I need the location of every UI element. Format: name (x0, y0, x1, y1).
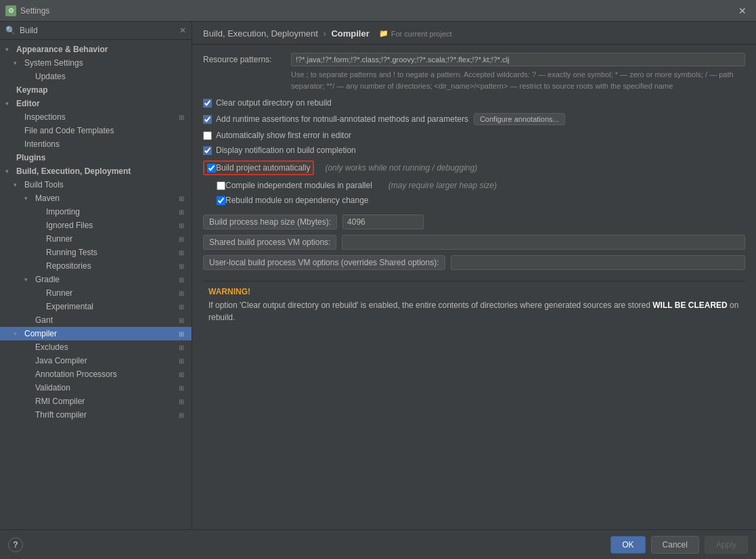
config-icon: ⊞ (177, 315, 186, 325)
sidebar-item-excludes[interactable]: Excludes ⊞ (0, 340, 192, 354)
add-runtime-label: Add runtime assertions for notnull-annot… (216, 114, 468, 124)
sidebar-item-label: Java Compiler (35, 356, 174, 365)
sidebar-item-ignored-files[interactable]: Ignored Files ⊞ (0, 219, 192, 232)
sidebar-item-thrift-compiler[interactable]: Thrift compiler ⊞ (0, 408, 192, 422)
build-automatically-row: Build project automatically (only works … (203, 160, 745, 175)
sidebar-item-updates[interactable]: Updates (0, 70, 192, 83)
sidebar-item-compiler[interactable]: Compiler ⊞ (0, 327, 192, 340)
action-buttons: OK Cancel Apply (610, 536, 748, 554)
sidebar-item-intentions[interactable]: Intentions (0, 137, 192, 151)
sidebar-item-label: Editor (16, 99, 186, 108)
sidebar-item-file-code-templates[interactable]: File and Code Templates (0, 124, 192, 137)
config-icon: ⊞ (177, 410, 186, 420)
sidebar-item-java-compiler[interactable]: Java Compiler ⊞ (0, 354, 192, 367)
sidebar-item-rmi-compiler[interactable]: RMI Compiler ⊞ (0, 395, 192, 408)
config-icon: ⊞ (177, 261, 186, 271)
user-local-vm-input[interactable] (451, 255, 746, 270)
build-automatically-note: (only works while not running / debuggin… (325, 163, 477, 173)
sidebar-item-gradle[interactable]: Gradle ⊞ (0, 273, 192, 286)
build-automatically-checkbox[interactable] (207, 164, 216, 173)
content-area: 🔍 ✕ Appearance & Behavior System Setting… (0, 22, 756, 529)
sidebar-item-label: System Settings (24, 58, 186, 68)
heap-size-row: Build process heap size (Mbytes): (203, 215, 745, 229)
sidebar-item-inspections[interactable]: Inspections ⊞ (0, 110, 192, 124)
expand-arrow (5, 100, 15, 107)
sidebar-item-label: Maven (35, 194, 174, 203)
sidebar-item-label: Intentions (24, 139, 186, 149)
sidebar-item-plugins[interactable]: Plugins (0, 151, 192, 164)
ok-button[interactable]: OK (610, 536, 645, 554)
right-panel: Build, Execution, Deployment › Compiler … (192, 22, 756, 529)
sidebar-item-repositories[interactable]: Repositories ⊞ (0, 259, 192, 273)
sidebar-item-keymap[interactable]: Keymap (0, 83, 192, 97)
resource-patterns-row: Resource patterns: (203, 53, 745, 66)
heap-size-input[interactable] (342, 215, 424, 229)
sidebar-item-gradle-runner[interactable]: Runner ⊞ (0, 286, 192, 300)
add-runtime-checkbox[interactable] (203, 115, 212, 124)
expand-arrow (24, 195, 34, 202)
show-first-error-checkbox[interactable] (203, 131, 212, 140)
build-automatically-highlight: Build project automatically (203, 160, 314, 175)
apply-button[interactable]: Apply (705, 536, 748, 554)
help-button[interactable]: ? (8, 537, 23, 552)
shared-vm-label: Shared build process VM options: (203, 235, 336, 250)
clear-output-checkbox[interactable] (203, 99, 212, 108)
config-icon: ⊞ (177, 194, 186, 203)
sidebar-item-gant[interactable]: Gant ⊞ (0, 313, 192, 327)
sidebar-item-gradle-experimental[interactable]: Experimental ⊞ (0, 300, 192, 313)
resource-patterns-wrap (291, 53, 745, 66)
sidebar-item-label: Thrift compiler (35, 410, 174, 420)
breadcrumb-current: Compiler (331, 28, 369, 39)
cancel-button[interactable]: Cancel (651, 536, 699, 554)
search-clear-button[interactable]: ✕ (179, 26, 186, 35)
sidebar-item-label: Keymap (16, 85, 186, 95)
search-input[interactable] (20, 26, 179, 35)
search-icon: 🔍 (5, 26, 16, 35)
compile-parallel-note: (may require larger heap size) (388, 181, 497, 190)
configure-annotations-button[interactable]: Configure annotations... (474, 113, 565, 125)
rebuild-module-checkbox[interactable] (217, 196, 225, 205)
sidebar-item-label: Plugins (16, 153, 186, 162)
sidebar-item-system-settings[interactable]: System Settings (0, 56, 192, 70)
sidebar-item-running-tests[interactable]: Running Tests ⊞ (0, 246, 192, 259)
app-icon: ⚙ (5, 5, 16, 16)
sidebar-item-build-exec-deploy[interactable]: Build, Execution, Deployment (0, 164, 192, 178)
sidebar-item-annotation-processors[interactable]: Annotation Processors ⊞ (0, 367, 192, 381)
sidebar-item-label: Excludes (35, 342, 174, 352)
sidebar-item-build-tools[interactable]: Build Tools (0, 178, 192, 192)
resource-patterns-input[interactable] (291, 53, 745, 66)
sidebar-item-appearance[interactable]: Appearance & Behavior (0, 43, 192, 56)
config-icon: ⊞ (177, 112, 186, 122)
sidebar-item-label: Runner (46, 234, 174, 244)
sidebar-item-label: Build Tools (24, 180, 186, 189)
show-first-error-row: Automatically show first error in editor (203, 131, 745, 140)
user-local-vm-label: User-local build process VM options (ove… (203, 255, 445, 270)
sidebar-item-validation[interactable]: Validation ⊞ (0, 381, 192, 395)
config-icon: ⊞ (177, 370, 186, 379)
compile-parallel-checkbox[interactable] (217, 181, 225, 190)
sidebar-item-label: Gradle (35, 275, 174, 284)
sidebar-item-runner[interactable]: Runner ⊞ (0, 232, 192, 246)
sidebar-item-editor[interactable]: Editor (0, 97, 192, 110)
clear-output-row: Clear output directory on rebuild (203, 98, 745, 108)
expand-arrow (5, 46, 15, 53)
shared-vm-input[interactable] (342, 235, 745, 250)
config-icon: ⊞ (177, 356, 186, 365)
breadcrumb: Build, Execution, Deployment › Compiler (203, 28, 370, 39)
sidebar-item-label: Updates (35, 72, 186, 81)
display-notification-checkbox[interactable] (203, 146, 212, 155)
expand-arrow (14, 330, 23, 337)
bottom-bar: ? OK Cancel Apply (0, 529, 756, 559)
expand-arrow (14, 60, 23, 66)
config-icon: ⊞ (177, 275, 186, 284)
user-local-vm-row: User-local build process VM options (ove… (203, 255, 745, 270)
add-runtime-row: Add runtime assertions for notnull-annot… (203, 113, 745, 125)
project-icon: 📁 (379, 29, 388, 38)
sidebar-item-importing[interactable]: Importing ⊞ (0, 205, 192, 219)
sidebar-item-label: Experimental (46, 302, 174, 311)
sidebar-tree: Appearance & Behavior System Settings Up… (0, 40, 192, 529)
sidebar-item-maven[interactable]: Maven ⊞ (0, 192, 192, 205)
expand-arrow (5, 168, 15, 175)
config-icon: ⊞ (177, 302, 186, 311)
close-button[interactable]: ✕ (734, 3, 751, 19)
